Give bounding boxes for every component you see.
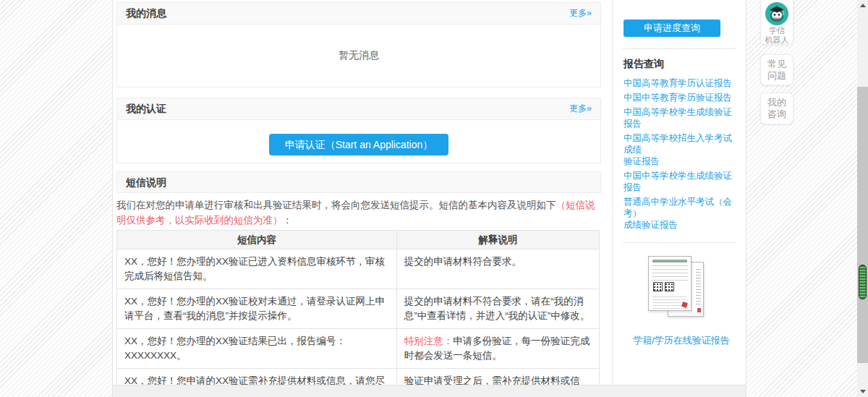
sidebar-divider <box>624 48 736 49</box>
page-footer-bar <box>113 385 746 397</box>
scroll-down-button[interactable] <box>857 386 868 397</box>
column-header-sms-content: 短信内容 <box>117 231 397 249</box>
table-row: XX，您好！您办理的XX验证已进入资料信息审核环节，审核完成后将短信告知。 提交… <box>117 249 600 289</box>
my-verification-more-link[interactable]: 更多» <box>569 98 592 119</box>
scroll-down-icon <box>860 390 866 393</box>
column-header-explanation: 解释说明 <box>396 231 599 249</box>
table-row: XX，您好！您办理的XX验证结果已出，报告编号：XXXXXXXX。 特别注意：申… <box>117 329 600 369</box>
my-consultation-button[interactable]: 我的 咨询 <box>760 93 793 124</box>
my-messages-more-link[interactable]: 更多» <box>569 3 592 24</box>
report-link-secondary-school-transcript[interactable]: 中国中等学校学生成绩验证报告 <box>624 170 739 193</box>
document-edge-marks <box>696 267 701 304</box>
sms-explanation-table: 短信内容 解释说明 XX，您好！您办理的XX验证已进入资料信息审核环节，审核完成… <box>116 230 600 397</box>
explanation-cell: 提交的申请材料符合要求。 <box>396 249 599 289</box>
sms-content-cell: XX，您好！您办理的XX验证结果已出，报告编号：XXXXXXXX。 <box>117 329 397 369</box>
my-verification-body: 申请认证（Start an Application） <box>117 120 600 163</box>
special-note-label: 特别注意： <box>404 336 454 346</box>
document-field-lines <box>652 265 688 281</box>
section-my-verification: 我的认证 更多» 申请认证（Start an Application） <box>116 98 601 163</box>
vertical-scrollbar[interactable] <box>857 0 868 397</box>
robot-label: 学信 机器人 <box>761 26 793 45</box>
report-link-secondary-edu-credential[interactable]: 中国中等教育学历验证报告 <box>624 92 739 103</box>
sidebar-divider <box>624 242 736 243</box>
explanation-cell: 提交的申请材料不符合要求，请在“我的消息”中查看详情，并进入“我的认证”中修改。 <box>396 289 599 329</box>
scroll-up-button[interactable] <box>857 0 868 11</box>
qr-code-icon <box>665 282 674 291</box>
explanation-cell: 特别注意：申请多份验证，每一份验证完成时都会发送一条短信。 <box>396 329 599 369</box>
scroll-up-icon <box>860 4 866 7</box>
document-title-bar <box>652 260 687 262</box>
sms-instructions-title: 短信说明 <box>126 172 166 193</box>
qr-code-icon <box>653 282 663 291</box>
red-seal <box>697 308 701 312</box>
sms-intro-paragraph: 我们在对您的申请单进行审核和出具验证结果时，将会向您发送短信提示。短信的基本内容… <box>116 197 601 228</box>
sms-content-cell: XX，您好！您办理的XX验证已进入资料信息审核环节，审核完成后将短信告知。 <box>117 249 397 289</box>
my-verification-header: 我的认证 更多» <box>117 98 600 120</box>
sms-intro-text: 我们在对您的申请单进行审核和出具验证结果时，将会向您发送短信提示。短信的基本内容… <box>116 200 556 210</box>
start-application-button[interactable]: 申请认证（Start an Application） <box>269 134 449 155</box>
section-my-messages: 我的消息 更多» 暂无消息 <box>116 2 601 87</box>
report-link-entrance-exam-score[interactable]: 中国高等学校招生入学考试成绩 验证报告 <box>624 132 739 167</box>
qr-code-row <box>653 281 691 294</box>
empty-messages-text: 暂无消息 <box>339 49 379 62</box>
my-messages-body: 暂无消息 <box>117 25 600 87</box>
faq-button[interactable]: 常见 问题 <box>760 54 793 85</box>
report-query-title: 报告查询 <box>624 58 739 71</box>
report-link-huikao-score[interactable]: 普通高中学业水平考试（会考） 成绩验证报告 <box>624 196 739 231</box>
sms-instructions-header: 短信说明 <box>116 171 601 193</box>
page-container: 我的消息 更多» 暂无消息 我的认证 更多» 申请认证（Start an App… <box>112 0 746 397</box>
scroll-minimap-marker <box>859 265 867 299</box>
report-link-college-transcript[interactable]: 中国高等学校学生成绩验证报告 <box>624 106 739 129</box>
xuexin-robot-icon <box>765 2 788 25</box>
report-document-front <box>648 256 692 311</box>
sidebar: 申请进度查询 报告查询 中国高等教育学历认证报告 中国中等教育学历验证报告 中国… <box>624 0 739 347</box>
scrollbar-thumb[interactable] <box>857 87 868 363</box>
my-messages-title: 我的消息 <box>126 3 166 24</box>
faq-label: 常见 问题 <box>761 55 793 82</box>
application-progress-button[interactable]: 申请进度查询 <box>624 20 720 37</box>
table-row: XX，您好！您办理的XX验证校对未通过，请登录认证网上申请平台，查看“我的消息”… <box>117 289 600 329</box>
sms-intro-colon: ： <box>283 215 293 226</box>
table-header-row: 短信内容 解释说明 <box>117 231 600 249</box>
verification-report-image <box>648 255 715 322</box>
report-link-higher-edu-credential[interactable]: 中国高等教育学历认证报告 <box>624 77 739 89</box>
report-link-list: 中国高等教育学历认证报告 中国中等教育学历验证报告 中国高等学校学生成绩验证报告… <box>624 77 739 231</box>
xuexin-robot-button[interactable]: 学信 机器人 <box>760 0 793 45</box>
consultation-label: 我的 咨询 <box>761 93 793 120</box>
online-verification-report-link[interactable]: 学籍/学历在线验证报告 <box>624 334 739 347</box>
screen: 我的消息 更多» 暂无消息 我的认证 更多» 申请认证（Start an App… <box>0 0 868 397</box>
my-messages-header: 我的消息 更多» <box>117 3 600 25</box>
sms-content-cell: XX，您好！您办理的XX验证校对未通过，请登录认证网上申请平台，查看“我的消息”… <box>117 289 397 329</box>
main-sidebar-divider <box>612 0 613 385</box>
my-verification-title: 我的认证 <box>126 98 166 119</box>
